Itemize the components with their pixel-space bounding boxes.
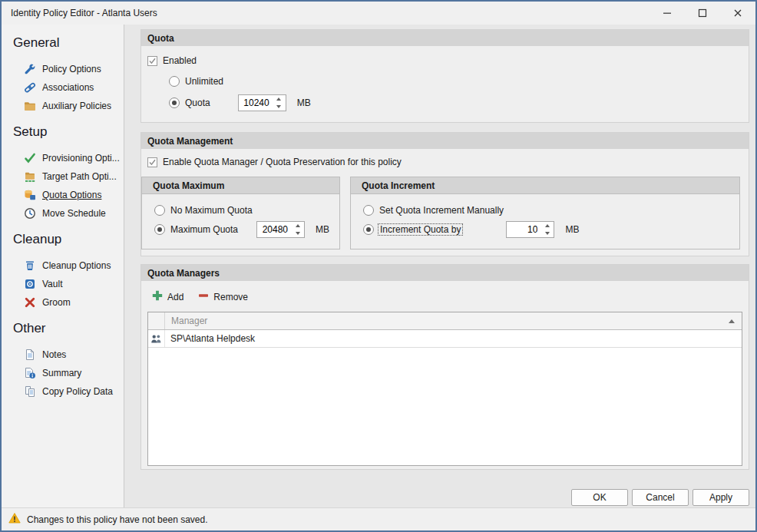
cancel-button[interactable]: Cancel [632,489,689,506]
maximum-quota-spin-up-button[interactable] [291,222,304,230]
sidebar-item-label: Provisioning Opti... [42,153,120,164]
link-icon [24,81,36,94]
sidebar-item-notes[interactable]: Notes [2,345,124,364]
quota-managers-toolbar: Add Remove [141,281,749,306]
sidebar-section-setup: Setup Provisioning Opti... Target Path O… [2,124,124,223]
maximum-quota-spin-down-button[interactable] [291,230,304,237]
maximum-quota-label[interactable]: Maximum Quota [170,224,238,235]
set-quota-increment-manually-label[interactable]: Set Quota Increment Manually [379,205,504,216]
checkmark-icon [148,158,157,167]
remove-manager-label: Remove [213,292,248,302]
maximum-quota-radio[interactable] [154,224,165,235]
sidebar-item-label: Target Path Opti... [42,171,117,182]
minimize-icon [661,7,673,19]
quota-value-input[interactable] [239,95,273,111]
increment-quota-spin-down-button[interactable] [540,230,554,237]
manager-table-row[interactable]: SP\Atlanta Helpdesk [148,330,742,348]
sidebar-item-move-schedule[interactable]: Move Schedule [2,204,124,223]
minus-icon [197,289,210,304]
sidebar-item-summary[interactable]: Summary [2,364,124,382]
maximize-icon [696,7,709,19]
statusbar-message: Changes to this policy have not been sav… [27,514,208,525]
sidebar-item-label: Vault [42,279,62,289]
maximum-quota-row: Maximum Quota MB [154,221,339,238]
unlimited-radio[interactable] [169,76,180,87]
folder-target-icon [24,170,36,183]
sidebar-item-groom[interactable]: Groom [2,293,124,312]
sidebar-item-label: Auxiliary Policies [42,101,111,111]
dialog-buttons: OK Cancel Apply [140,489,749,506]
sidebar-item-label: Summary [42,368,81,378]
enable-quota-manager-checkbox[interactable] [147,157,157,167]
sidebar-item-label: Move Schedule [42,208,106,219]
sidebar-heading-setup: Setup [13,124,124,140]
quota-radio[interactable] [169,97,180,108]
sidebar-section-cleanup: Cleanup Cleanup Options Vault [2,232,124,312]
enabled-checkbox[interactable] [147,56,157,66]
manager-name-cell: SP\Atlanta Helpdesk [165,330,255,347]
increment-quota-spin-up-button[interactable] [540,222,554,230]
sidebar-item-label: Copy Policy Data [42,386,113,397]
unlimited-row: Unlimited [169,76,749,87]
trash-icon [24,259,36,272]
sidebar-item-policy-options[interactable]: Policy Options [2,60,124,78]
no-maximum-quota-radio[interactable] [154,205,165,216]
quota-spin-down-button[interactable] [273,103,286,111]
vault-icon [24,278,36,290]
up-arrow-icon [545,224,550,227]
sidebar-item-vault[interactable]: Vault [2,275,124,293]
sidebar-item-associations[interactable]: Associations [2,78,124,97]
close-button[interactable] [720,2,755,25]
sidebar-item-cleanup-options[interactable]: Cleanup Options [2,256,124,275]
app-body: General Policy Options Associations [2,25,755,507]
apply-button[interactable]: Apply [693,489,749,506]
sidebar-item-copy-policy-data[interactable]: Copy Policy Data [2,382,124,401]
quota-label[interactable]: Quota [185,97,210,108]
increment-quota-by-label[interactable]: Increment Quota by [378,223,463,236]
down-arrow-icon [276,105,281,108]
sidebar-item-label: Groom [42,297,71,308]
quota-section: Quota Enabled Unlimited Quota [140,29,749,123]
close-icon [732,7,744,19]
managers-table-empty-area [148,348,742,465]
quota-increment-header: Quota Increment [351,177,739,194]
sidebar-item-provisioning-options[interactable]: Provisioning Opti... [2,149,124,167]
managers-table-header[interactable]: Manager [148,312,742,330]
manager-column-header[interactable]: Manager [165,312,742,329]
increment-quota-unit-label: MB [565,224,579,235]
minimize-button[interactable] [650,2,685,25]
enabled-label[interactable]: Enabled [163,55,197,66]
checkmark-icon [148,57,157,65]
set-quota-increment-manually-row: Set Quota Increment Manually [363,205,739,216]
quota-managers-header: Quota Managers [141,265,749,281]
add-manager-button[interactable]: Add [148,288,187,306]
sidebar-heading-cleanup: Cleanup [13,232,124,247]
maximum-quota-value-input[interactable] [257,222,291,237]
quota-spinedit [238,94,286,111]
no-maximum-quota-label[interactable]: No Maximum Quota [170,205,253,216]
maximize-button[interactable] [685,2,720,25]
down-arrow-icon [545,232,550,235]
quota-maximum-header: Quota Maximum [142,177,339,194]
increment-quota-by-row: Increment Quota by MB [363,221,739,238]
maximum-quota-spinedit [256,221,305,238]
quota-section-header: Quota [141,30,749,46]
plus-icon [151,289,164,304]
unlimited-label[interactable]: Unlimited [185,76,223,87]
increment-quota-by-radio[interactable] [363,224,374,235]
enable-quota-manager-row: Enable Quota Manager / Quota Preservatio… [147,157,749,167]
titlebar: Identity Policy Editor - Atlanta Users [2,2,755,25]
increment-quota-value-input[interactable] [507,222,540,237]
sidebar-item-target-path-options[interactable]: Target Path Opti... [2,167,124,186]
remove-manager-button[interactable]: Remove [194,288,251,306]
sidebar-item-quota-options[interactable]: Quota Options [2,186,124,204]
set-quota-increment-manually-radio[interactable] [363,205,374,216]
sidebar-section-general: General Policy Options Associations [2,35,124,115]
sidebar-item-auxiliary-policies[interactable]: Auxiliary Policies [2,97,124,115]
sidebar: General Policy Options Associations [2,25,124,507]
sidebar-heading-other: Other [13,321,124,336]
ok-button[interactable]: OK [571,489,628,506]
enable-quota-manager-label[interactable]: Enable Quota Manager / Quota Preservatio… [163,157,402,167]
quota-spin-up-button[interactable] [273,95,286,103]
quota-disk-icon [24,189,36,201]
